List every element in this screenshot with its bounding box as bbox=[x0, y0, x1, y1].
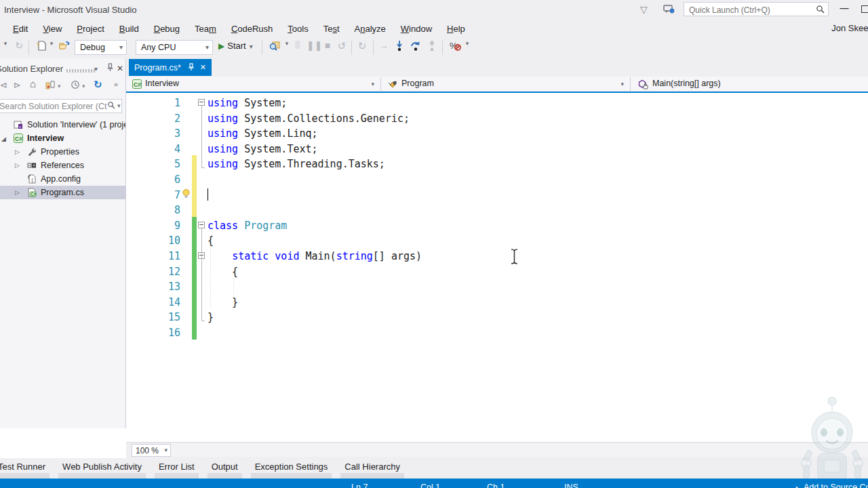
back-icon[interactable]: ⊲ bbox=[0, 80, 7, 90]
project-dropdown[interactable]: C# Interview ▾ bbox=[126, 77, 380, 92]
breakpoints-icon[interactable]: ▒ bbox=[293, 40, 302, 48]
stop-icon[interactable]: ■ bbox=[323, 40, 332, 51]
new-file-dropdown-icon[interactable]: ▾ bbox=[48, 40, 55, 47]
restart-icon[interactable]: ↺ bbox=[336, 40, 347, 52]
panel-tab-error-list[interactable]: Error List bbox=[155, 460, 199, 479]
menu-item-edit[interactable]: Edit bbox=[5, 21, 35, 37]
attach-to-process-icon[interactable] bbox=[267, 40, 282, 54]
editor-hscrollbar[interactable] bbox=[171, 444, 868, 457]
navigate-forward-icon[interactable]: ↻ bbox=[12, 40, 26, 51]
collapse-arrow-icon[interactable]: ▷ bbox=[15, 186, 23, 199]
code-line-10[interactable]: { bbox=[208, 233, 214, 248]
code-line-15[interactable]: } bbox=[208, 310, 214, 325]
step-out-icon[interactable] bbox=[427, 40, 437, 54]
send-feedback-icon[interactable] bbox=[663, 4, 675, 17]
coderush-options-icon[interactable]: % bbox=[448, 40, 462, 54]
collapse-arrow-icon[interactable]: ▷ bbox=[15, 145, 23, 159]
collapse-arrow-icon[interactable]: ▷ bbox=[15, 159, 23, 172]
code-line-3[interactable]: using System.Linq; bbox=[208, 126, 318, 141]
menu-item-analyze[interactable]: Analyze bbox=[347, 21, 393, 37]
pin-icon[interactable] bbox=[106, 63, 114, 74]
member-dropdown[interactable]: Main(string[] args) bbox=[631, 77, 868, 92]
menu-item-help[interactable]: Help bbox=[439, 21, 473, 37]
tab-program-cs[interactable]: Program.cs* ✕ bbox=[129, 59, 212, 76]
step-over-icon[interactable] bbox=[410, 40, 422, 54]
solution-explorer-title-row[interactable]: Solution Explorer ▾ ✕ bbox=[0, 61, 125, 76]
tree-item-solution-interview-1-project[interactable]: xSolution 'Interview' (1 project bbox=[0, 118, 125, 131]
lightbulb-quick-actions-icon[interactable] bbox=[182, 188, 191, 199]
menu-item-project[interactable]: Project bbox=[69, 21, 111, 37]
code-line-4[interactable]: using System.Text; bbox=[208, 142, 318, 157]
navigate-back-arrow-icon[interactable]: ▾ bbox=[1, 40, 9, 47]
new-file-icon[interactable] bbox=[34, 40, 47, 54]
type-dropdown[interactable]: Program ▾ bbox=[381, 77, 629, 92]
solution-explorer-search-box[interactable]: Search Solution Explorer (Ct ▾ bbox=[0, 99, 122, 113]
tree-item-app-config[interactable]: {App.config bbox=[0, 172, 125, 186]
panel-tab-call-hierarchy[interactable]: Call Hierarchy bbox=[340, 460, 404, 479]
code-line-5[interactable]: using System.Threading.Tasks; bbox=[208, 157, 385, 171]
code-line-2[interactable]: using System.Collections.Generic; bbox=[208, 111, 410, 126]
chevron-down-icon[interactable]: ▾ bbox=[117, 102, 121, 109]
fold-collapse-box[interactable] bbox=[198, 99, 205, 106]
attach-dropdown-icon[interactable]: ▾ bbox=[283, 40, 290, 47]
fold-collapse-box[interactable] bbox=[198, 222, 205, 228]
code-editor[interactable]: 12345678910111213141516 using System;usi… bbox=[126, 93, 868, 442]
menu-item-build[interactable]: Build bbox=[112, 21, 146, 37]
document-tab-strip: Program.cs* ✕ bbox=[126, 58, 868, 77]
tree-item-properties[interactable]: ▷Properties bbox=[0, 145, 125, 159]
code-line-14[interactable]: } bbox=[208, 295, 238, 310]
overflow-chevrons-icon[interactable]: » bbox=[114, 80, 118, 88]
search-icon[interactable] bbox=[107, 101, 116, 112]
panel-tab-output[interactable]: Output bbox=[208, 460, 242, 479]
refresh-icon[interactable]: ↻ bbox=[357, 40, 368, 52]
panel-tab-exception-settings[interactable]: Exception Settings bbox=[251, 460, 332, 479]
expand-arrow-icon[interactable]: ◢ bbox=[1, 132, 9, 146]
step-into-icon[interactable] bbox=[395, 40, 404, 54]
editor-zoom-combo[interactable]: 100 % ▾ bbox=[132, 444, 171, 457]
add-to-source-control-button[interactable]: ▲Add to Source Con bbox=[793, 483, 868, 488]
menu-item-debug[interactable]: Debug bbox=[146, 21, 187, 37]
quick-launch-box[interactable] bbox=[684, 2, 829, 16]
quick-launch-input[interactable] bbox=[688, 3, 812, 16]
show-next-statement-icon[interactable]: → bbox=[378, 40, 389, 51]
chevron-down-icon[interactable]: ▾ bbox=[58, 83, 61, 89]
minimize-button[interactable]: — bbox=[835, 1, 853, 16]
refresh-icon[interactable]: ↻ bbox=[94, 79, 102, 91]
home-icon[interactable]: ⌂ bbox=[30, 78, 36, 89]
open-folder-icon[interactable] bbox=[57, 40, 72, 53]
close-icon[interactable]: ✕ bbox=[200, 63, 206, 72]
menu-item-tools[interactable]: Tools bbox=[280, 21, 315, 37]
coderush-dropdown-icon[interactable]: ▾ bbox=[464, 40, 471, 47]
menu-item-coderush[interactable]: CodeRush bbox=[224, 21, 280, 37]
maximize-button[interactable] bbox=[859, 1, 868, 16]
menu-item-team[interactable]: Team bbox=[187, 21, 224, 37]
menu-item-view[interactable]: View bbox=[35, 21, 69, 37]
code-line-9[interactable]: class Program bbox=[208, 218, 287, 233]
solution-config-combo[interactable]: Debug ▾ bbox=[75, 40, 127, 55]
code-line-11[interactable]: static void Main(string[] args) bbox=[208, 249, 422, 264]
pending-changes-filter-icon[interactable] bbox=[71, 80, 81, 92]
search-icon[interactable] bbox=[816, 5, 825, 14]
close-icon[interactable]: ✕ bbox=[117, 64, 123, 73]
menu-item-test[interactable]: Test bbox=[316, 21, 347, 37]
drag-grip[interactable] bbox=[66, 69, 95, 73]
panel-tab-web-publish-activity[interactable]: Web Publish Activity bbox=[58, 460, 146, 479]
user-name[interactable]: Jon Skeet bbox=[831, 23, 868, 33]
pause-icon[interactable]: ❚❚ bbox=[307, 40, 317, 51]
tree-item-interview[interactable]: ◢C#Interview bbox=[0, 131, 125, 145]
pin-icon[interactable] bbox=[188, 63, 195, 73]
tree-item-references[interactable]: ▷References bbox=[0, 159, 125, 172]
code-line-1[interactable]: using System; bbox=[208, 96, 287, 110]
forward-icon[interactable]: ⊳ bbox=[14, 80, 21, 90]
window-position-icon[interactable]: ▾ bbox=[94, 65, 98, 73]
code-line-12[interactable]: { bbox=[208, 264, 238, 279]
platform-combo[interactable]: Any CPU ▾ bbox=[136, 40, 213, 55]
tree-item-program-cs[interactable]: ▷C#Program.cs bbox=[0, 186, 125, 199]
menu-item-window[interactable]: Window bbox=[393, 21, 439, 37]
start-debug-button[interactable]: ▶Start▾ bbox=[218, 41, 253, 56]
panel-tab-test-runner[interactable]: Test Runner bbox=[0, 460, 50, 479]
feedback-flag-icon[interactable]: ▽ bbox=[640, 4, 648, 15]
chevron-down-icon[interactable]: ▾ bbox=[82, 83, 85, 89]
sync-with-active-document-icon[interactable] bbox=[45, 80, 56, 92]
tree-item-label: Properties bbox=[41, 145, 79, 159]
